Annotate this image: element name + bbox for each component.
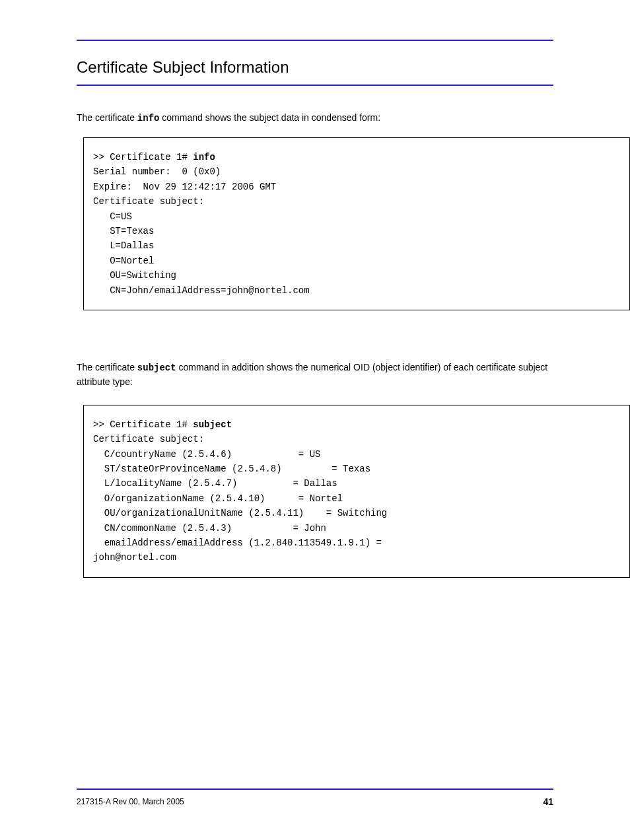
prompt2: >> Certificate 1#: [93, 419, 193, 430]
info-cmd: info: [137, 113, 160, 123]
para-subject: The certificate subject command in addit…: [77, 361, 553, 389]
para-subject-prefix: The certificate: [77, 362, 137, 372]
prompt1: >> Certificate 1#: [93, 152, 193, 162]
codebox-info: >> Certificate 1# info Serial number: 0 …: [83, 137, 630, 310]
page-title: Certificate Subject Information: [77, 58, 553, 77]
footer-doc: 217315-A Rev 00, March 2005: [77, 797, 184, 806]
para-info-suffix: command shows the subject data in conden…: [159, 112, 380, 123]
para-info: The certificate info command shows the s…: [77, 111, 553, 125]
codebox2-body: Certificate subject: C/countryName (2.5.…: [93, 434, 387, 563]
footer-rule: [77, 788, 553, 790]
page-number: 41: [543, 796, 553, 807]
cmd2: subject: [193, 419, 232, 430]
subject-cmd: subject: [137, 363, 176, 373]
codebox1-body: Serial number: 0 (0x0) Expire: Nov 29 12…: [93, 166, 310, 295]
codebox-subject: >> Certificate 1# subject Certificate su…: [83, 405, 630, 578]
para-info-prefix: The certificate: [77, 112, 137, 123]
cmd1: info: [193, 152, 215, 162]
